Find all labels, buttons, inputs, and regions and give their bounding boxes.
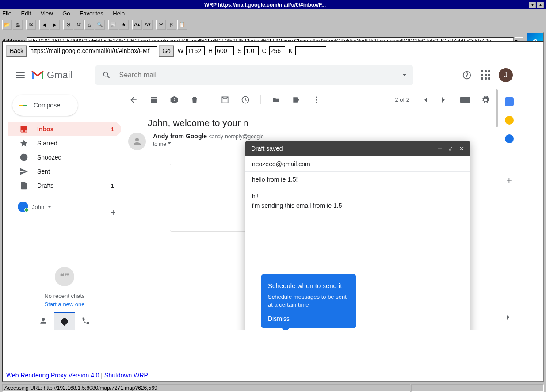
- right-panel: +: [498, 89, 520, 330]
- tooltip-dismiss-button[interactable]: Dismiss: [268, 315, 349, 322]
- keep-icon[interactable]: [505, 116, 514, 125]
- user-chip[interactable]: John: [18, 202, 117, 212]
- svg-point-5: [316, 102, 317, 103]
- menu-icon[interactable]: [15, 70, 26, 80]
- sidebar-item-label: Starred: [37, 140, 57, 147]
- compose-fullscreen-icon[interactable]: ⤢: [448, 145, 453, 152]
- sidebar-item-label: Drafts: [37, 182, 53, 189]
- help-icon[interactable]: [462, 70, 472, 80]
- tb-home-icon[interactable]: ⌂: [84, 20, 94, 30]
- sidebar-item-drafts[interactable]: Drafts 1: [8, 179, 121, 193]
- prev-page-icon[interactable]: [419, 95, 430, 105]
- delete-icon[interactable]: [189, 95, 200, 105]
- tb-paste-icon[interactable]: 📋: [177, 20, 187, 30]
- recipient-dropdown-icon[interactable]: [168, 142, 171, 146]
- hangouts-start-link[interactable]: Start a new one: [8, 301, 121, 308]
- inbox-count: 1: [111, 126, 114, 133]
- tasks-icon[interactable]: [505, 134, 514, 143]
- menu-go[interactable]: Go: [62, 10, 70, 17]
- more-icon[interactable]: [311, 95, 322, 105]
- phone-tab-icon[interactable]: [75, 312, 96, 330]
- compose-header[interactable]: Draft saved ─ ⤢ ✕: [245, 141, 470, 156]
- search-bar[interactable]: [95, 65, 413, 85]
- move-icon[interactable]: [271, 95, 281, 105]
- snooze-icon[interactable]: [240, 95, 251, 105]
- menu-favorites[interactable]: Favorites: [80, 10, 103, 17]
- keyboard-icon[interactable]: [460, 95, 470, 105]
- tb-search-icon[interactable]: 🔍: [95, 20, 105, 30]
- svg-point-3: [316, 96, 317, 98]
- wrp-scale-input[interactable]: [244, 46, 259, 55]
- apps-icon[interactable]: [480, 70, 491, 80]
- archive-icon[interactable]: [149, 95, 159, 105]
- compose-close-icon[interactable]: ✕: [459, 145, 464, 152]
- wrp-width-input[interactable]: [186, 46, 205, 55]
- menu-file[interactable]: File: [2, 10, 11, 17]
- svg-rect-0: [32, 78, 34, 79]
- compose-button[interactable]: Compose: [12, 95, 78, 116]
- spam-icon[interactable]: [169, 95, 179, 105]
- addons-plus-icon[interactable]: +: [505, 176, 514, 185]
- search-input[interactable]: [119, 71, 395, 79]
- calendar-icon[interactable]: [505, 97, 514, 106]
- search-dropdown-icon[interactable]: [403, 74, 406, 78]
- next-page-icon[interactable]: [439, 95, 450, 105]
- compose-minimize-icon[interactable]: ─: [438, 145, 442, 152]
- tb-favorites-icon[interactable]: ★: [119, 20, 129, 30]
- sidebar-footer: [8, 312, 121, 330]
- contacts-tab-icon[interactable]: [33, 312, 54, 330]
- tb-forward-icon[interactable]: ►: [50, 20, 60, 30]
- minimize-button[interactable]: ▾: [529, 2, 536, 8]
- compose-to-field[interactable]: neozeed@gmail.com: [245, 156, 470, 172]
- tb-font-smaller-icon[interactable]: A▾: [143, 20, 153, 30]
- sidebar-item-starred[interactable]: Starred: [8, 136, 121, 150]
- scrollbar[interactable]: [496, 89, 498, 127]
- compose-subject-field[interactable]: hello from ie 1.5!: [245, 172, 470, 187]
- account-avatar[interactable]: J: [499, 68, 513, 82]
- back-icon[interactable]: [128, 95, 139, 105]
- tb-stop-icon[interactable]: ⊘: [63, 20, 73, 30]
- search-icon: [102, 71, 111, 80]
- tb-copy-icon[interactable]: ⎘: [167, 20, 176, 30]
- tb-refresh-icon[interactable]: ⟳: [74, 20, 84, 30]
- wrp-url-input[interactable]: [29, 46, 157, 55]
- add-contact-icon[interactable]: +: [111, 208, 116, 218]
- menu-edit[interactable]: Edit: [21, 10, 31, 17]
- wrp-colors-input[interactable]: [269, 46, 285, 55]
- hangouts-panel: ❝❞ No recent chats Start a new one: [8, 267, 121, 308]
- maximize-button[interactable]: ▴: [537, 2, 544, 8]
- tb-font-larger-icon[interactable]: A▴: [132, 20, 142, 30]
- tb-cut-icon[interactable]: ✂: [156, 20, 166, 30]
- status-text: Accessing URL: http://192.168.1.5:8080/m…: [2, 384, 410, 392]
- menu-view[interactable]: View: [41, 10, 53, 17]
- wrp-height-input[interactable]: [215, 46, 234, 55]
- collapse-panel-icon[interactable]: [504, 312, 515, 323]
- text-cursor: [342, 203, 342, 209]
- tb-back-icon[interactable]: ◄: [39, 20, 49, 30]
- mail-subject: John, welcome to your n: [121, 110, 498, 133]
- mark-unread-icon[interactable]: [220, 95, 230, 105]
- wrp-shutdown-link[interactable]: Shutdown WRP: [104, 372, 148, 379]
- wrp-go-button[interactable]: Go: [159, 45, 174, 57]
- compose-window: Draft saved ─ ⤢ ✕ neozeed@gmail.com hell…: [245, 141, 470, 330]
- gmail-logo[interactable]: Gmail: [31, 69, 72, 81]
- tb-print-icon[interactable]: 🖶: [13, 20, 23, 30]
- hangouts-tab-icon[interactable]: [54, 312, 75, 330]
- wrp-version-link[interactable]: Web Rendering Proxy Version 4.0: [6, 372, 99, 379]
- wrp-back-button[interactable]: Back: [6, 45, 27, 57]
- labels-icon[interactable]: [291, 95, 302, 105]
- tb-mail-icon[interactable]: ✉: [26, 20, 36, 30]
- settings-icon[interactable]: [480, 95, 491, 105]
- sidebar-item-inbox[interactable]: Inbox 1: [8, 122, 121, 136]
- wrp-k-input[interactable]: [295, 46, 326, 55]
- wrp-h-label: H: [208, 47, 213, 54]
- wrp-s-label: S: [237, 47, 241, 54]
- pagination-text: 2 of 2: [395, 96, 409, 103]
- tb-newsgroups-icon[interactable]: 📰: [108, 20, 118, 30]
- schedule-tooltip: Schedule when to send it Schedule messag…: [261, 274, 356, 328]
- svg-point-4: [316, 99, 317, 100]
- menu-help[interactable]: Help: [113, 10, 125, 17]
- tb-open-icon[interactable]: 📂: [2, 20, 12, 30]
- sidebar-item-snoozed[interactable]: Snoozed: [8, 150, 121, 164]
- sidebar-item-sent[interactable]: Sent: [8, 164, 121, 179]
